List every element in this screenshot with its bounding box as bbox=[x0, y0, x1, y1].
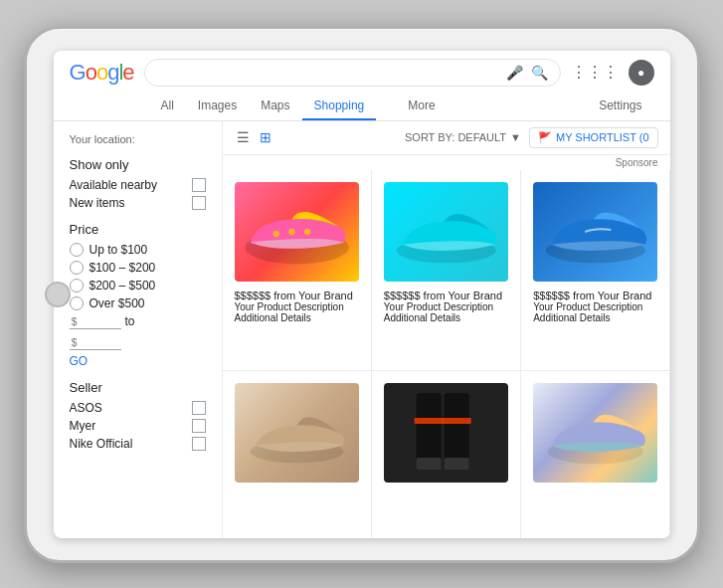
go-button[interactable]: GO bbox=[70, 354, 206, 368]
svg-rect-8 bbox=[444, 393, 468, 468]
seller-nike: Nike Official bbox=[70, 437, 206, 451]
price-radio-200[interactable] bbox=[70, 261, 84, 275]
search-input[interactable]: sneakers bbox=[157, 65, 498, 81]
avatar[interactable]: ● bbox=[629, 60, 654, 86]
shoe-svg-6 bbox=[533, 383, 657, 483]
product-desc1-1: Your Product Description bbox=[235, 301, 359, 312]
svg-point-1 bbox=[272, 230, 278, 236]
product-desc2-1: Additional Details bbox=[235, 312, 359, 323]
shoe-svg-5 bbox=[384, 383, 508, 483]
shortlist-label: MY SHORTLIST (0 bbox=[556, 131, 649, 143]
svg-rect-7 bbox=[416, 393, 441, 468]
view-icons: ☰ ⊞ bbox=[235, 127, 273, 147]
product-card-3[interactable]: $$$$$$ from Your Brand Your Product Desc… bbox=[521, 170, 669, 371]
tab-shopping[interactable]: Shopping bbox=[302, 93, 377, 120]
filter-available-nearby: Available nearby bbox=[70, 178, 206, 192]
header: Google sneakers 🎤 🔍 ⋮⋮⋮ ● All Images Map… bbox=[54, 51, 670, 121]
product-card-4[interactable] bbox=[223, 371, 371, 538]
product-desc1-3: Your Product Description bbox=[533, 301, 657, 312]
price-to-input[interactable] bbox=[70, 335, 121, 350]
shortlist-button[interactable]: 🚩 MY SHORTLIST (0 bbox=[529, 127, 658, 148]
location-label: Your location: bbox=[70, 133, 206, 145]
product-card-2[interactable]: $$$$$$ from Your Brand Your Product Desc… bbox=[372, 170, 520, 371]
seller-myer-checkbox[interactable] bbox=[192, 419, 206, 433]
price-label-500: $200 – $500 bbox=[90, 279, 156, 293]
seller-section: Seller ASOS Myer Nike Official bbox=[70, 380, 206, 451]
grid-view-icon[interactable]: ⊞ bbox=[258, 127, 273, 147]
shortlist-flag-icon: 🚩 bbox=[538, 131, 552, 144]
shoe-svg-2 bbox=[384, 182, 508, 282]
new-items-checkbox[interactable] bbox=[192, 196, 206, 210]
seller-asos-label: ASOS bbox=[70, 401, 102, 415]
svg-rect-9 bbox=[416, 458, 441, 470]
price-from-input[interactable] bbox=[70, 314, 121, 329]
product-card-5[interactable] bbox=[372, 371, 520, 538]
price-section: Price Up to $100 $100 – $200 $200 – $500 bbox=[70, 222, 206, 368]
search-icon[interactable]: 🔍 bbox=[531, 65, 548, 81]
list-view-icon[interactable]: ☰ bbox=[235, 127, 252, 147]
price-radio-100[interactable] bbox=[70, 243, 84, 257]
sort-dropdown[interactable]: SORT BY: DEFAULT ▼ bbox=[405, 131, 521, 143]
seller-title: Seller bbox=[70, 380, 206, 395]
product-image-5 bbox=[384, 383, 508, 483]
price-range-inputs: to bbox=[70, 314, 206, 329]
product-desc1-2: Your Product Description bbox=[384, 301, 508, 312]
toolbar: ☰ ⊞ SORT BY: DEFAULT ▼ 🚩 MY SHORTLIST (0 bbox=[223, 121, 670, 155]
price-radio-500[interactable] bbox=[70, 279, 84, 293]
seller-asos-checkbox[interactable] bbox=[192, 401, 206, 415]
shoe-svg-3 bbox=[533, 182, 657, 282]
product-card-6[interactable] bbox=[521, 371, 669, 538]
tab-images[interactable]: Images bbox=[186, 93, 249, 120]
microphone-icon[interactable]: 🎤 bbox=[506, 65, 523, 81]
search-bar[interactable]: sneakers 🎤 🔍 bbox=[144, 59, 561, 87]
available-nearby-checkbox[interactable] bbox=[192, 178, 206, 192]
shoe-svg-4 bbox=[235, 383, 359, 483]
seller-myer-label: Myer bbox=[70, 419, 96, 433]
price-title: Price bbox=[70, 222, 206, 237]
product-price-2: $$$$$$ from Your Brand bbox=[384, 290, 508, 301]
header-icons: ⋮⋮⋮ ● bbox=[571, 60, 654, 86]
product-desc2-3: Additional Details bbox=[533, 312, 657, 323]
device-frame: Google sneakers 🎤 🔍 ⋮⋮⋮ ● All Images Map… bbox=[24, 26, 700, 563]
seller-nike-checkbox[interactable] bbox=[192, 437, 206, 451]
product-desc2-2: Additional Details bbox=[384, 312, 508, 323]
show-only-title: Show only bbox=[70, 157, 206, 172]
shoe-svg-1 bbox=[235, 182, 359, 282]
product-card-1[interactable]: $$$$$$ from Your Brand Your Product Desc… bbox=[223, 170, 371, 371]
nav-settings[interactable]: Settings bbox=[587, 93, 653, 120]
svg-point-2 bbox=[288, 228, 294, 234]
main: Your location: Show only Available nearb… bbox=[54, 121, 670, 538]
sort-label-text: SORT BY: DEFAULT bbox=[405, 131, 506, 143]
product-image-6 bbox=[533, 383, 657, 483]
price-label-200: $100 – $200 bbox=[90, 261, 156, 275]
svg-rect-12 bbox=[442, 418, 470, 424]
sponsored-label: Sponsore bbox=[223, 155, 670, 170]
product-price-1: $$$$$$ from Your Brand bbox=[235, 290, 359, 301]
filter-new-items: New items bbox=[70, 196, 206, 210]
nav-tabs: All Images Maps Shopping More Settings bbox=[70, 93, 654, 120]
product-image-3 bbox=[533, 182, 657, 282]
seller-myer: Myer bbox=[70, 419, 206, 433]
svg-point-3 bbox=[303, 228, 309, 234]
sidebar: Your location: Show only Available nearb… bbox=[54, 121, 223, 538]
price-label-over500: Over $500 bbox=[90, 296, 145, 310]
price-option-over500: Over $500 bbox=[70, 296, 206, 310]
tab-more[interactable]: More bbox=[396, 93, 447, 120]
product-image-4 bbox=[235, 383, 359, 483]
screen: Google sneakers 🎤 🔍 ⋮⋮⋮ ● All Images Map… bbox=[54, 51, 670, 538]
products-grid: $$$$$$ from Your Brand Your Product Desc… bbox=[223, 170, 670, 538]
google-logo: Google bbox=[70, 60, 134, 86]
apps-icon[interactable]: ⋮⋮⋮ bbox=[571, 63, 619, 82]
product-image-2 bbox=[384, 182, 508, 282]
seller-nike-label: Nike Official bbox=[70, 437, 133, 451]
seller-asos: ASOS bbox=[70, 401, 206, 415]
svg-rect-11 bbox=[414, 418, 443, 424]
tab-maps[interactable]: Maps bbox=[249, 93, 301, 120]
svg-rect-10 bbox=[444, 458, 468, 470]
tab-all[interactable]: All bbox=[149, 93, 186, 120]
product-area: ☰ ⊞ SORT BY: DEFAULT ▼ 🚩 MY SHORTLIST (0… bbox=[223, 121, 670, 538]
new-items-label: New items bbox=[70, 196, 125, 210]
product-image-1 bbox=[235, 182, 359, 282]
sort-chevron-icon: ▼ bbox=[510, 131, 521, 143]
price-radio-over500[interactable] bbox=[70, 296, 84, 310]
